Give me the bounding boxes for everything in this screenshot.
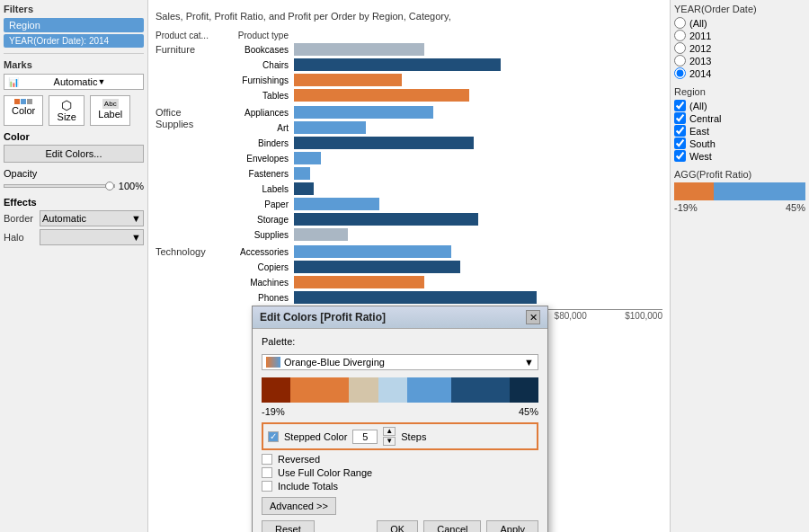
region-central-checkbox[interactable] [674,112,686,124]
marks-section: Marks 📊 Automatic ▼ Color ⬡ Size [4,59,144,245]
halo-select[interactable]: ▼ [40,229,144,245]
marks-dropdown[interactable]: 📊 Automatic ▼ [4,74,144,90]
cs-orange [290,377,349,403]
apply-button[interactable]: Apply [486,520,538,532]
product-label: Paper [211,200,292,209]
year-radio-2012-input[interactable] [674,42,686,54]
region-west-checkbox[interactable] [674,150,686,162]
year-radio-2013-input[interactable] [674,55,686,66]
table-row: Bookcases [211,42,662,58]
year-radio-2014[interactable]: 2014 [674,67,805,79]
filter-region[interactable]: Region [4,18,144,32]
palette-select[interactable]: Orange-Blue Diverging ▼ [262,354,538,370]
halo-row: Halo ▼ [4,229,144,245]
cs-navy [510,377,538,403]
include-totals-row: Include Totals [262,481,538,492]
bar-art [294,121,366,134]
bar-fasteners [294,167,310,180]
table-row: Envelopes [211,151,662,166]
year-radio-all[interactable]: (All) [674,17,805,29]
steps-input[interactable] [352,430,378,444]
bar-td [292,106,662,120]
size-button[interactable]: ⬡ Size [49,95,84,126]
product-label: Bookcases [211,45,292,55]
product-label: Machines [211,278,292,288]
chart-rows: Furniture Bookcases Chairs [156,42,662,306]
full-color-label: Use Full Color Range [278,467,372,478]
bar-appliances [294,106,433,119]
opacity-thumb[interactable] [105,182,114,191]
technology-bars: Accessories Copiers Machines [211,244,662,306]
cs-dark-red [262,377,290,403]
region-south-checkbox[interactable] [674,137,686,149]
product-label: Art [211,123,292,133]
stepped-color-row: ✓ Stepped Color ▲ ▼ Steps [262,422,538,450]
ok-button[interactable]: OK [377,520,418,532]
year-radio-2014-input[interactable] [674,67,686,79]
color-swatch-blue [21,99,26,104]
color-strip [262,377,538,403]
effects-section: Effects Border Automatic ▼ Halo ▼ [4,197,144,245]
bar-bookcases [294,43,424,56]
include-totals-checkbox[interactable] [262,481,272,492]
dialog-close-button[interactable]: ✕ [526,310,540,324]
palette-preview [266,357,280,368]
color-button[interactable]: Color [4,95,43,126]
reversed-label: Reversed [278,454,320,465]
agg-bar-negative [674,182,714,200]
region-east-checkbox[interactable] [674,125,686,137]
bar-td [292,213,662,227]
bar-td [292,276,662,290]
bar-supplies [294,228,348,241]
full-color-checkbox[interactable] [262,467,272,478]
filter-year[interactable]: YEAR(Order Date): 2014 [4,34,144,48]
furniture-bars: Bookcases Chairs Furnishings [211,42,662,103]
year-radio-2012[interactable]: 2012 [674,42,805,54]
region-all-label: (All) [689,101,707,111]
table-row: Supplies [211,227,662,243]
year-radio-2011[interactable]: 2011 [674,30,805,41]
year-radio-2013[interactable]: 2013 [674,55,805,66]
table-row: Chairs [211,58,662,73]
border-row: Border Automatic ▼ [4,210,144,226]
region-section: Region (All) Central East South West [674,86,805,162]
label-button[interactable]: Abc Label [90,95,130,126]
border-select[interactable]: Automatic ▼ [40,210,144,226]
bar-td [292,152,662,166]
bar-td [292,261,662,275]
edit-colors-button[interactable]: Edit Colors... [4,145,144,163]
opacity-slider[interactable] [4,184,115,188]
region-title: Region [674,86,805,97]
step-up[interactable]: ▲ [383,427,396,436]
bar-binders [294,137,474,149]
bar-tables [294,89,469,102]
color-swatch-orange [14,99,20,104]
cs-beige [349,377,378,403]
stepped-checkbox[interactable]: ✓ [268,431,279,442]
reversed-checkbox[interactable] [262,454,272,465]
region-east[interactable]: East [674,125,805,137]
bar-td [292,182,662,197]
year-radio-all-input[interactable] [674,17,686,29]
region-south[interactable]: South [674,137,805,149]
region-all-checkbox[interactable] [674,100,686,111]
region-all[interactable]: (All) [674,100,805,111]
reversed-row: Reversed [262,454,538,465]
step-spinners[interactable]: ▲ ▼ [383,427,396,446]
table-row: Storage [211,212,662,227]
table-row: Tables [211,88,662,103]
cs-light-blue [378,377,407,403]
year-radio-2011-input[interactable] [674,30,686,41]
year-2011-label: 2011 [689,31,711,41]
label-label: Label [98,109,122,120]
reset-button[interactable]: Reset [262,520,315,532]
table-row: Copiers [211,260,662,275]
region-west[interactable]: West [674,150,805,162]
table-row: Binders [211,136,662,151]
region-central-label: Central [689,113,721,124]
advanced-button[interactable]: Advanced >> [262,497,336,515]
region-central[interactable]: Central [674,112,805,124]
step-down[interactable]: ▼ [383,437,396,446]
cancel-button[interactable]: Cancel [423,520,481,532]
table-row: Paper [211,197,662,212]
